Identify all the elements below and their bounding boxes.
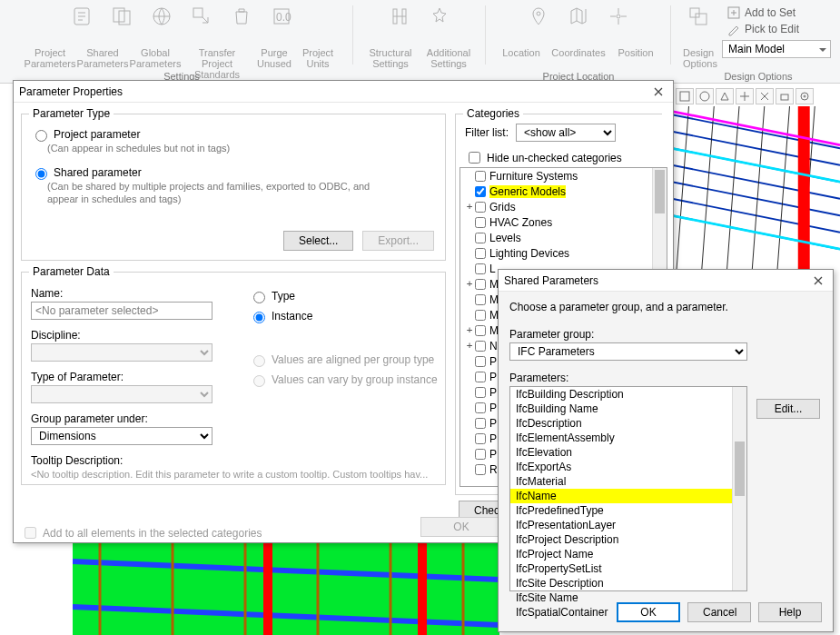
ribbon-btn-purge-unused[interactable] (226, 5, 257, 45)
filter-list-select[interactable]: <show all> (516, 124, 616, 142)
category-checkbox[interactable] (475, 217, 486, 228)
ribbon-btn-project-parameters[interactable] (66, 5, 97, 45)
category-row[interactable]: Levels (460, 230, 667, 245)
param-group-select[interactable]: IFC Parameters (509, 342, 747, 361)
shared-parameter-radio[interactable] (35, 168, 47, 180)
parameter-item[interactable]: IfcBuilding Name (510, 402, 746, 416)
qat-btn[interactable] (696, 88, 714, 104)
category-checkbox[interactable] (475, 433, 486, 444)
qat-btn[interactable] (716, 88, 734, 104)
category-checkbox[interactable] (475, 356, 486, 367)
parameters-listbox[interactable]: IfcBuilding DescriptionIfcBuilding NameI… (509, 386, 747, 591)
category-checkbox[interactable] (475, 171, 486, 182)
tree-expander[interactable]: + (464, 340, 475, 352)
edit-button[interactable]: Edit... (756, 399, 820, 419)
ribbon-btn-location[interactable] (523, 5, 554, 45)
ribbon-btn-shared-parameters[interactable] (106, 5, 137, 45)
category-row[interactable]: Furniture Systems (460, 168, 667, 184)
category-checkbox[interactable] (475, 449, 486, 460)
hide-unchecked-checkbox[interactable] (469, 152, 480, 164)
parameter-item[interactable]: IfcElevation (510, 445, 746, 460)
category-row[interactable]: Lighting Devices (460, 245, 667, 261)
svg-rect-32 (798, 106, 810, 274)
close-icon (654, 87, 663, 96)
qat-btn[interactable] (756, 88, 774, 104)
category-checkbox[interactable] (475, 418, 486, 429)
category-checkbox[interactable] (475, 186, 486, 197)
svg-rect-45 (263, 543, 272, 635)
model-viewport-lower[interactable] (73, 543, 499, 635)
intro-text: Choose a parameter group, and a paramete… (509, 301, 822, 313)
ribbon-btn-pick-to-edit[interactable]: Pick to Edit (726, 22, 799, 36)
ok-button[interactable]: OK (617, 602, 680, 622)
ribbon-btn-additional-settings[interactable] (424, 5, 455, 45)
svg-point-10 (617, 15, 620, 18)
parameter-item[interactable]: IfcPredefinedType (510, 503, 746, 518)
tree-expander[interactable]: + (464, 278, 475, 290)
category-checkbox[interactable] (475, 279, 486, 290)
instance-radio[interactable] (253, 312, 265, 323)
category-checkbox[interactable] (475, 464, 486, 475)
category-checkbox[interactable] (475, 202, 486, 213)
rb-lbl: StructuralSettings (361, 45, 420, 69)
parameter-item[interactable]: IfcElementAssembly (510, 431, 746, 445)
group-under-select[interactable]: Dimensions (31, 427, 212, 445)
category-row[interactable]: HVAC Zones (460, 214, 667, 230)
category-checkbox[interactable] (475, 248, 486, 259)
ribbon-btn-project-units[interactable]: 0.0 (266, 5, 297, 45)
help-button[interactable]: Help (758, 602, 822, 622)
tree-expander[interactable]: + (464, 324, 475, 336)
parameter-item[interactable]: IfcPresentationLayer (510, 518, 746, 532)
parameter-item[interactable]: IfcSite Description (510, 576, 746, 590)
category-row[interactable]: +Grids (460, 199, 667, 214)
ribbon-btn-coordinates[interactable] (563, 5, 594, 45)
qat-btn[interactable] (736, 88, 754, 104)
qat-btn[interactable] (796, 88, 814, 104)
category-checkbox[interactable] (475, 263, 486, 274)
parameter-item[interactable]: IfcProject Description (510, 532, 746, 547)
category-row[interactable]: Generic Models (460, 184, 667, 199)
parameter-item[interactable]: IfcPropertySetList (510, 561, 746, 576)
cancel-button[interactable]: Cancel (687, 602, 751, 622)
parameter-item[interactable]: IfcDescription (510, 416, 746, 431)
ribbon-btn-global-parameters[interactable] (146, 5, 177, 45)
parameter-item[interactable]: IfcExportAs (510, 460, 746, 474)
tree-expander[interactable]: + (464, 201, 475, 213)
model-viewport[interactable] (672, 106, 840, 288)
qat-btn[interactable] (776, 88, 794, 104)
project-parameter-radio[interactable] (35, 130, 47, 142)
category-checkbox[interactable] (475, 402, 486, 413)
radio-label: Values are aligned per group type (272, 353, 434, 366)
ribbon-btn-design-options[interactable] (683, 5, 714, 45)
close-button[interactable] (809, 273, 827, 289)
category-checkbox[interactable] (475, 372, 486, 382)
parameter-item[interactable]: IfcBuilding Description (510, 387, 746, 402)
select-button[interactable]: Select... (283, 231, 353, 251)
scrollbar[interactable] (732, 387, 746, 590)
type-radio[interactable] (253, 292, 265, 303)
parameter-item[interactable]: IfcName (510, 489, 746, 503)
category-checkbox[interactable] (475, 341, 486, 352)
name-field[interactable] (31, 302, 212, 320)
parameter-item[interactable]: IfcMaterial (510, 474, 746, 489)
scrollbar-thumb[interactable] (735, 442, 745, 496)
check-label: Add to all elements in the selected cate… (43, 527, 262, 540)
close-button[interactable] (649, 84, 667, 100)
tooltip-desc-label: Tooltip Description: (31, 454, 436, 467)
svg-line-22 (672, 165, 840, 199)
category-checkbox[interactable] (475, 310, 486, 321)
main-model-dropdown[interactable]: Main Model (722, 40, 831, 58)
ribbon-btn-position[interactable] (603, 5, 634, 45)
category-checkbox[interactable] (475, 387, 486, 398)
ribbon-btn-structural-settings[interactable] (384, 5, 415, 45)
ribbon-btn-transfer-standards[interactable] (186, 5, 217, 45)
scrollbar-thumb[interactable] (655, 170, 665, 213)
rb-lbl: Location (494, 45, 548, 58)
category-checkbox[interactable] (475, 294, 486, 305)
qat-btn[interactable] (676, 88, 694, 104)
ribbon-btn-add-to-set[interactable]: Add to Set (726, 5, 796, 20)
parameter-item[interactable]: IfcProject Name (510, 547, 746, 561)
category-label: Generic Models (489, 185, 566, 198)
category-checkbox[interactable] (475, 325, 486, 336)
category-checkbox[interactable] (475, 233, 486, 243)
